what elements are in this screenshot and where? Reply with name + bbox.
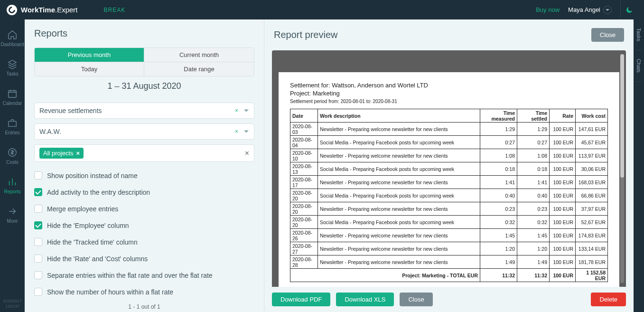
table-row: 2020-08-27Newsletter - Preparing welcome… [290, 242, 608, 255]
scrollbar-thumb[interactable] [620, 54, 624, 178]
moon-icon [625, 6, 633, 14]
period-date-range[interactable]: Date range [144, 62, 254, 76]
table-row: 2020-08-13Social Media - Preparing Faceb… [290, 162, 608, 176]
dollar-icon [7, 147, 18, 158]
period-current-month[interactable]: Current month [144, 48, 254, 62]
option-row: Merge employee entries [34, 205, 254, 213]
nav-more[interactable]: More [0, 200, 25, 229]
report-options: Show position instead of nameAdd activit… [34, 171, 254, 296]
doc-project: Project: Marketing [290, 90, 608, 97]
document-viewer: Settlement for: Wattson, Anderson and Wo… [272, 50, 626, 287]
report-document: Settlement for: Wattson, Anderson and Wo… [279, 72, 619, 287]
buy-now-link[interactable]: Buy now [536, 6, 560, 13]
date-range-label: 1 – 31 August 2020 [34, 81, 254, 91]
clear-filter-icon[interactable]: × [245, 149, 249, 158]
table-row: 2020-08-03Newsletter - Preparing welcome… [290, 123, 608, 136]
table-row: 2020-08-17Newsletter - Preparing welcome… [290, 176, 608, 189]
preview-title: Report preview [274, 29, 338, 40]
nav-costs[interactable]: Costs [0, 141, 25, 170]
clear-icon[interactable]: × [235, 107, 238, 114]
layers-icon [7, 59, 18, 69]
table-row: 2020-08-04Social Media - Preparing Faceb… [290, 136, 608, 149]
bar-chart-icon [7, 177, 18, 187]
user-menu[interactable]: Maya Angel [568, 6, 612, 14]
option-label: Show position instead of name [47, 172, 138, 180]
option-row: Hide the 'Tracked time' column [34, 238, 254, 246]
status-break: BREAK [104, 7, 126, 13]
option-row: Add activity to the entry description [34, 188, 254, 196]
nav-reports[interactable]: Reports [0, 170, 25, 200]
nav-tasks[interactable]: Tasks [0, 53, 25, 82]
option-row: Separate entries within the flat rate an… [34, 271, 254, 279]
checkbox[interactable] [34, 271, 42, 279]
option-row: Hide the 'Rate' and 'Cost' columns [34, 255, 254, 263]
right-rail: Tasks Chats [634, 19, 644, 312]
logo-icon [7, 5, 17, 15]
option-label: Separate entries within the flat rate an… [47, 272, 213, 279]
table-row: 2020-08-10Newsletter - Preparing welcome… [290, 149, 608, 162]
app-logo[interactable]: WorkTime.Expert [7, 5, 78, 15]
option-label: Hide the 'Rate' and 'Cost' columns [47, 255, 148, 263]
chevron-down-icon[interactable] [603, 6, 612, 14]
calendar-icon [7, 88, 18, 99]
period-selector: Previous month Current month Today Date … [34, 47, 254, 76]
client-input[interactable] [34, 123, 254, 140]
report-type-input[interactable] [34, 103, 254, 119]
table-row: 2020-08-28Newsletter - Preparing welcome… [290, 255, 608, 269]
close-preview-button[interactable]: Close [591, 28, 624, 42]
table-row: 2020-08-20Social Media - Preparing Faceb… [290, 189, 608, 202]
reports-panel: Reports Previous month Current month Tod… [25, 19, 264, 312]
checkbox[interactable] [34, 255, 42, 263]
table-row: 2020-08-26Newsletter - Preparing welcome… [290, 229, 608, 242]
close-icon[interactable]: × [76, 150, 80, 156]
option-label: Hide the 'Tracked time' column [47, 238, 138, 246]
checkbox[interactable] [34, 171, 42, 180]
checkbox[interactable] [34, 288, 42, 296]
user-name: Maya Angel [568, 6, 600, 13]
chip-all-projects[interactable]: All projects × [39, 148, 84, 159]
clear-icon[interactable]: × [235, 128, 238, 135]
option-row: Show position instead of name [34, 171, 254, 180]
checkbox[interactable] [34, 221, 42, 229]
nav-dashboard[interactable]: Dashboard [0, 23, 25, 53]
report-type-select: × [34, 103, 254, 119]
table-row: 2020-08-20Social Media - Preparing Faceb… [290, 216, 608, 229]
home-icon [7, 29, 18, 40]
doc-scrollbar[interactable] [620, 54, 624, 283]
option-label: Add activity to the entry description [47, 189, 150, 196]
theme-toggle[interactable] [620, 0, 637, 19]
projects-filter[interactable]: All projects × × [34, 144, 254, 162]
download-pdf-button[interactable]: Download PDF [272, 293, 330, 306]
svg-rect-1 [9, 121, 17, 126]
preview-panel: Report preview Close Settlement for: Wat… [264, 19, 634, 312]
option-label: Merge employee entries [47, 205, 118, 213]
build-info: 20200917 192037 [3, 299, 22, 312]
delete-button[interactable]: Delete [591, 293, 626, 306]
svg-rect-0 [9, 90, 17, 97]
doc-entries-table: Date Work description Time measured Time… [290, 109, 608, 282]
nav-calendar[interactable]: Calendar [0, 82, 25, 112]
checkbox[interactable] [34, 205, 42, 213]
client-select: × [34, 123, 254, 140]
caret-down-icon[interactable] [244, 110, 249, 112]
reports-title: Reports [34, 28, 254, 39]
table-row: 2020-08-20Newsletter - Preparing welcome… [290, 202, 608, 216]
caret-down-icon[interactable] [244, 131, 249, 133]
period-previous-month[interactable]: Previous month [35, 48, 144, 62]
app-name: WorkTime.Expert [21, 6, 78, 14]
option-label: Show the number of hours within a flat r… [47, 288, 173, 296]
option-row: Hide the 'Employee' column [34, 221, 254, 229]
option-label: Hide the 'Employee' column [47, 222, 129, 229]
download-xls-button[interactable]: Download XLS [336, 293, 394, 306]
option-row: Show the number of hours within a flat r… [34, 288, 254, 296]
period-today[interactable]: Today [35, 62, 144, 76]
checkbox[interactable] [34, 238, 42, 246]
close-button[interactable]: Close [400, 293, 432, 306]
right-tab-chats[interactable]: Chats [636, 50, 642, 82]
left-nav: Dashboard Tasks Calendar Entries Costs R… [0, 19, 25, 312]
checkbox[interactable] [34, 188, 42, 196]
right-tab-tasks[interactable]: Tasks [636, 19, 642, 50]
topbar: WorkTime.Expert BREAK Buy now Maya Angel [0, 0, 644, 19]
briefcase-icon [7, 118, 18, 128]
nav-entries[interactable]: Entries [0, 112, 25, 141]
